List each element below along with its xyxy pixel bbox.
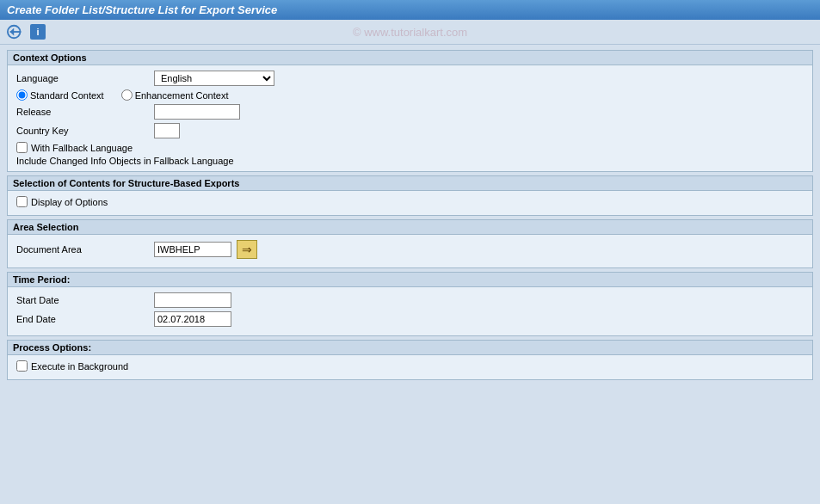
- time-period-body: Start Date End Date: [8, 287, 812, 335]
- end-date-row: End Date: [16, 311, 804, 327]
- title-bar: Create Folder List/Structure List for Ex…: [0, 0, 820, 20]
- process-options-header: Process Options:: [8, 341, 812, 355]
- selection-contents-section: Selection of Contents for Structure-Base…: [7, 175, 813, 216]
- include-changed-info-text: Include Changed Info Objects in Fallback…: [16, 156, 804, 166]
- document-area-label: Document Area: [16, 244, 154, 255]
- document-area-row: Document Area: [16, 240, 804, 259]
- start-date-label: Start Date: [16, 295, 154, 305]
- country-key-input[interactable]: [154, 123, 180, 138]
- time-period-section: Time Period: Start Date End Date: [7, 272, 813, 336]
- time-period-header: Time Period:: [8, 273, 812, 287]
- context-options-header: Context Options: [8, 51, 812, 65]
- context-options-section: Context Options Language English German …: [7, 50, 813, 172]
- context-options-body: Language English German French Standard …: [8, 65, 812, 171]
- release-label: Release: [16, 107, 154, 117]
- toolbar: i © www.tutorialkart.com: [0, 20, 820, 45]
- release-row: Release: [16, 104, 804, 120]
- document-area-input[interactable]: [154, 242, 231, 257]
- area-selection-section: Area Selection Document Area: [7, 219, 813, 268]
- country-key-row: Country Key: [16, 123, 804, 138]
- language-row: Language English German French: [16, 71, 804, 86]
- language-label: Language: [16, 73, 154, 83]
- back-button[interactable]: [7, 23, 24, 40]
- watermark: © www.tutorialkart.com: [353, 26, 467, 39]
- execute-background-checkbox[interactable]: [16, 360, 28, 372]
- process-options-body: Execute in Background: [8, 355, 812, 379]
- process-options-section: Process Options: Execute in Background: [7, 340, 813, 380]
- fallback-language-row: With Fallback Language: [16, 142, 804, 153]
- context-type-row: Standard Context Enhancement Context: [16, 89, 804, 101]
- main-content: Context Options Language English German …: [0, 45, 820, 385]
- page-title: Create Folder List/Structure List for Ex…: [7, 3, 277, 16]
- area-selection-header: Area Selection: [8, 220, 812, 235]
- selection-contents-body: Display of Options: [8, 191, 812, 215]
- start-date-input[interactable]: [154, 292, 231, 308]
- end-date-label: End Date: [16, 314, 154, 324]
- execute-background-label: Execute in Background: [31, 361, 128, 372]
- standard-context-option[interactable]: Standard Context: [16, 89, 104, 101]
- display-options-row: Display of Options: [16, 196, 804, 207]
- enhancement-context-radio[interactable]: [121, 89, 133, 101]
- document-area-arrow-button[interactable]: [237, 240, 257, 259]
- area-selection-body: Document Area: [8, 235, 812, 267]
- country-key-label: Country Key: [16, 126, 154, 136]
- release-input[interactable]: [154, 104, 240, 120]
- standard-context-radio[interactable]: [16, 89, 28, 101]
- start-date-row: Start Date: [16, 292, 804, 308]
- fallback-language-label: With Fallback Language: [31, 143, 133, 153]
- fallback-language-checkbox[interactable]: [16, 142, 28, 153]
- language-select[interactable]: English German French: [154, 71, 274, 86]
- enhancement-context-label: Enhancement Context: [135, 90, 229, 101]
- selection-contents-header: Selection of Contents for Structure-Base…: [8, 176, 812, 191]
- end-date-input[interactable]: [154, 311, 231, 327]
- info-icon: i: [30, 24, 46, 40]
- display-options-label: Display of Options: [31, 197, 108, 207]
- enhancement-context-option[interactable]: Enhancement Context: [121, 89, 229, 101]
- display-options-checkbox[interactable]: [16, 196, 28, 207]
- execute-background-row: Execute in Background: [16, 360, 804, 372]
- info-button[interactable]: i: [29, 23, 46, 40]
- standard-context-label: Standard Context: [30, 90, 104, 101]
